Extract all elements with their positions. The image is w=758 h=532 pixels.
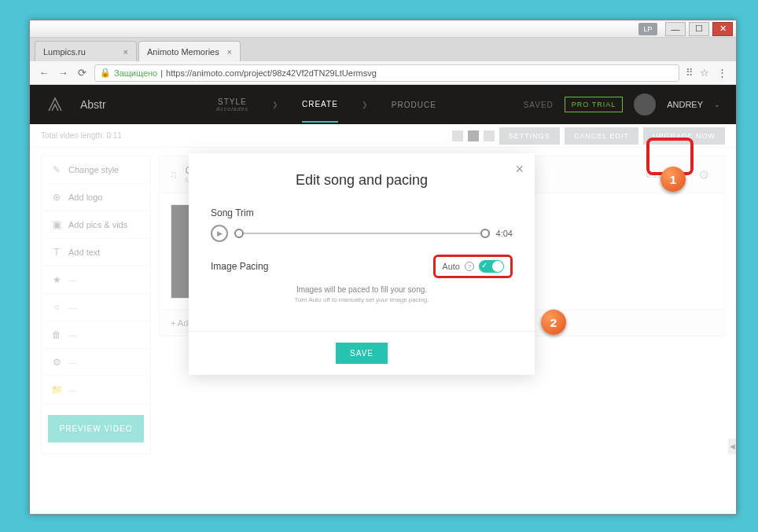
maximize-button[interactable]: ☐ — [689, 22, 709, 36]
auto-pacing-control: Auto ? ✓ — [433, 255, 513, 278]
check-icon: ✓ — [481, 261, 488, 270]
translate-icon[interactable]: ⠿ — [686, 67, 694, 79]
animoto-logo-icon[interactable] — [46, 95, 64, 114]
secure-label: Защищено — [114, 68, 157, 78]
toggle-knob — [492, 261, 503, 272]
tab-strip: Lumpics.ru × Animoto Memories × — [30, 38, 736, 61]
url-input[interactable]: 🔒 Защищено | https://animoto.com/project… — [94, 64, 679, 82]
annotation-badge-1: 1 — [660, 167, 686, 192]
trim-slider[interactable] — [236, 233, 488, 234]
trim-start-handle[interactable] — [234, 229, 244, 238]
back-icon[interactable]: ← — [38, 67, 50, 79]
play-button[interactable]: ▶ — [211, 225, 228, 242]
chevron-right-icon: ❯ — [362, 101, 368, 108]
url-text: https://animoto.com/project/98z42Vf2dTN2… — [166, 68, 377, 78]
step-style[interactable]: STYLE Accolades — [216, 97, 248, 112]
close-tab-icon[interactable]: × — [123, 47, 128, 57]
help-icon[interactable]: ? — [465, 262, 474, 271]
tab-lumpics[interactable]: Lumpics.ru × — [35, 41, 137, 61]
trim-end-handle[interactable] — [480, 229, 490, 238]
minimize-button[interactable]: — — [665, 22, 686, 36]
close-tab-icon[interactable]: × — [227, 47, 232, 57]
image-pacing-label: Image Pacing — [211, 261, 268, 272]
lp-badge: LP — [638, 23, 657, 35]
step-create[interactable]: CREATE — [302, 100, 338, 123]
project-title[interactable]: Abstr — [80, 98, 106, 111]
lock-icon: 🔒 — [100, 68, 111, 78]
close-window-button[interactable]: ✕ — [712, 22, 733, 36]
pacing-description: Images will be paced to fill your song. — [211, 284, 513, 295]
bookmark-icon[interactable]: ☆ — [700, 67, 709, 79]
avatar[interactable] — [634, 94, 656, 116]
modal-title: Edit song and pacing — [189, 153, 535, 203]
username-label[interactable]: ANDREY — [667, 100, 703, 109]
forward-icon[interactable]: → — [57, 67, 69, 79]
menu-icon[interactable]: ⋮ — [716, 67, 728, 79]
auto-pacing-toggle[interactable]: ✓ — [479, 260, 504, 273]
pacing-subtext: Turn Auto off to manually set your image… — [211, 295, 513, 304]
annotation-badge-2: 2 — [541, 310, 566, 335]
chevron-right-icon: ❯ — [272, 101, 278, 108]
chevron-down-icon[interactable]: ⌄ — [714, 101, 720, 108]
workflow-steps: STYLE Accolades ❯ CREATE ❯ PRODUCE — [216, 97, 436, 112]
edit-song-pacing-modal: × Edit song and pacing Song Trim ▶ 4:04 … — [189, 153, 535, 375]
tab-label: Lumpics.ru — [43, 47, 86, 57]
window-titlebar: LP — ☐ ✕ — [30, 20, 736, 38]
step-produce[interactable]: PRODUCE — [392, 101, 436, 109]
save-button[interactable]: SAVE — [336, 343, 388, 364]
tab-label: Animoto Memories — [147, 47, 219, 57]
trim-duration: 4:04 — [496, 229, 513, 238]
address-bar: ← → ⟳ 🔒 Защищено | https://animoto.com/p… — [30, 61, 736, 85]
app-top-bar: Abstr STYLE Accolades ❯ CREATE ❯ PRODUCE… — [30, 85, 736, 124]
reload-icon[interactable]: ⟳ — [75, 67, 88, 79]
tab-animoto[interactable]: Animoto Memories × — [138, 41, 241, 61]
pro-trial-button[interactable]: PRO TRIAL — [565, 97, 623, 112]
saved-status: SAVED — [524, 101, 554, 109]
auto-label: Auto — [442, 262, 460, 271]
close-modal-icon[interactable]: × — [515, 161, 524, 178]
song-trim-label: Song Trim — [211, 207, 513, 218]
